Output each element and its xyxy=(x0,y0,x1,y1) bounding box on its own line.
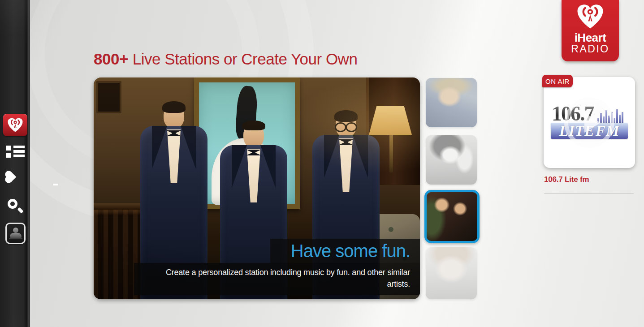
add-favorite-heart-icon xyxy=(6,172,24,187)
play-icon[interactable] xyxy=(564,98,614,148)
photo-wall-frame xyxy=(96,81,121,113)
page-title-text: Live Stations or Create Your Own xyxy=(133,50,358,68)
stations-list-icon xyxy=(6,146,25,158)
sidebar-item-home[interactable] xyxy=(3,114,27,136)
account-person-icon xyxy=(9,228,22,239)
sidebar-item-account[interactable] xyxy=(5,223,26,244)
featured-station-card[interactable]: Have some fun. Create a personalized sta… xyxy=(94,77,420,299)
station-thumbnail-3-selected[interactable] xyxy=(424,190,480,243)
sidebar-item-stations[interactable] xyxy=(0,145,30,158)
app-background: 800+Live Stations or Create Your Own Hav… xyxy=(0,0,644,327)
feature-title-band: Have some fun. xyxy=(270,239,420,263)
iheart-home-icon xyxy=(7,118,23,133)
rail-divider xyxy=(544,193,634,194)
feature-title: Have some fun. xyxy=(291,241,410,261)
search-icon xyxy=(7,198,24,215)
sidebar xyxy=(0,0,30,327)
page-title: 800+Live Stations or Create Your Own xyxy=(94,50,357,68)
sidebar-item-search[interactable] xyxy=(0,198,30,215)
station-thumbnail-2[interactable] xyxy=(426,135,477,185)
station-thumbnail-1[interactable] xyxy=(426,78,477,127)
iheart-heart-icon xyxy=(576,4,604,30)
feature-description-band: Create a personalized station including … xyxy=(134,263,420,295)
station-thumbnail-4[interactable] xyxy=(426,247,477,299)
on-air-badge: ON AIR xyxy=(542,75,573,87)
iheartradio-logo: iHeart RADIO xyxy=(562,0,619,61)
feature-description: Create a personalized station including … xyxy=(166,268,410,288)
brand-radio-text: RADIO xyxy=(562,43,619,54)
page-title-count: 800+ xyxy=(94,50,128,68)
station-name: 106.7 Lite fm xyxy=(544,175,589,184)
sidebar-item-add-favorite[interactable] xyxy=(0,171,30,188)
now-playing-station-tile[interactable]: 106.7 LITE FM xyxy=(544,77,635,168)
brand-iheart-text: iHeart xyxy=(562,32,619,43)
